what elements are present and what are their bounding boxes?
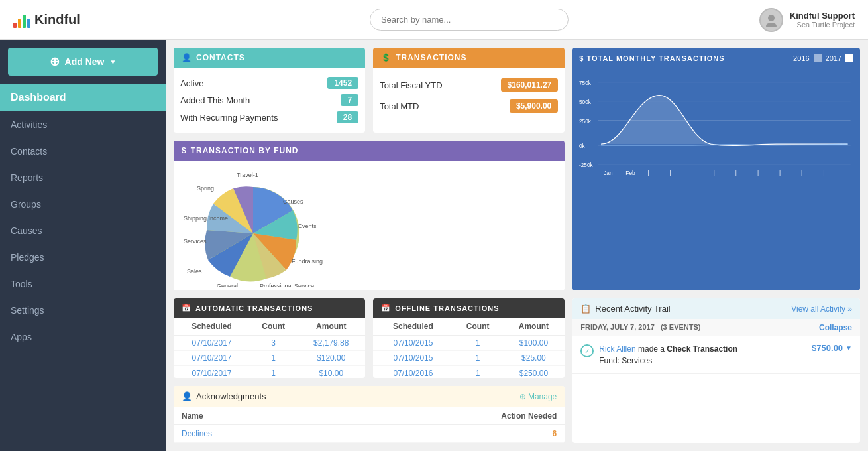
contacts-card: 👤 CONTACTS Active 1452 Added This Month … [174, 48, 365, 133]
sidebar-item-apps[interactable]: Apps [0, 324, 166, 350]
search-input[interactable] [370, 9, 569, 31]
chart-dollar-icon: $ [579, 54, 584, 62]
user-org: Sea Turtle Project [790, 21, 855, 29]
auto-count: 1 [250, 351, 297, 366]
main-content: 👤 CONTACTS Active 1452 Added This Month … [166, 40, 868, 451]
svg-text:|: | [735, 170, 737, 176]
manage-circle-icon: ⊕ [519, 392, 526, 401]
offline-trans-title: OFFLINE TRANSACTIONS [395, 304, 500, 312]
activity-action-type: Check Transaction [667, 344, 737, 354]
activity-sub: Fund: Services [599, 356, 652, 365]
chart-legend: 2016 2017 [793, 54, 853, 62]
svg-text:Spring: Spring [197, 185, 214, 192]
sidebar-item-tools[interactable]: Tools [0, 271, 166, 297]
offline-scheduled: 07/10/2016 [373, 366, 453, 378]
ack-title-text: Acknowledgments [196, 391, 266, 401]
ack-header: 👤 Acknowledgments ⊕ Manage [174, 386, 565, 407]
sidebar-item-groups[interactable]: Groups [0, 191, 166, 218]
trans-row-fiscal: Total Fiscal YTD $160,011.27 [380, 74, 558, 96]
sidebar-item-causes[interactable]: Causes [0, 218, 166, 244]
chart-svg: 750k 500k 250k 0k -250k Jan Feb | | [579, 69, 853, 188]
contacts-title: CONTACTS [196, 53, 245, 62]
auto-count: 1 [250, 366, 297, 378]
offline-trans-header: 📅 OFFLINE TRANSACTIONS [373, 298, 565, 318]
logo: Kindful [13, 12, 179, 28]
offline-trans-row: 07/10/20161$250.00 [373, 366, 565, 378]
svg-point-1 [766, 23, 777, 27]
svg-text:Jan: Jan [604, 170, 614, 176]
pie-chart: Causes Events Fundraising Professional S… [180, 167, 326, 287]
manage-link[interactable]: ⊕ Manage [519, 392, 557, 401]
stat-badge-active: 1452 [327, 77, 358, 89]
auto-trans-header: 📅 AUTOMATIC TRANSACTIONS [174, 298, 365, 318]
ack-col-action: Action Needed [327, 407, 565, 425]
svg-text:Events: Events [298, 223, 317, 229]
svg-text:|: | [648, 170, 649, 176]
chevron-down-amount-icon: ▼ [845, 344, 852, 352]
sidebar-item-contacts[interactable]: Contacts [0, 138, 166, 164]
offline-amount: $25.00 [503, 351, 565, 366]
activity-title: 📋 Recent Activity Trail [580, 304, 670, 314]
stat-row-active: Active 1452 [180, 74, 358, 92]
auto-trans-row: 07/10/20173$2,179.88 [174, 336, 365, 351]
svg-text:|: | [714, 170, 715, 176]
activity-user-link[interactable]: Rick Alllen [599, 344, 635, 354]
svg-text:Professional Service: Professional Service [260, 283, 314, 287]
legend-2016-box [814, 54, 822, 62]
sidebar-item-settings[interactable]: Settings [0, 297, 166, 324]
auto-count: 3 [250, 336, 297, 351]
collapse-link[interactable]: Collapse [819, 323, 852, 332]
auto-scheduled: 07/10/2017 [174, 351, 250, 366]
user-name: Kindful Support [790, 11, 855, 21]
svg-text:0k: 0k [579, 143, 586, 149]
svg-text:Sales: Sales [187, 268, 202, 275]
chart-card: $ TOTAL MONTHLY TRANSACTIONS 2016 2017 7… [572, 48, 860, 290]
auto-scheduled: 07/10/2017 [174, 366, 250, 378]
offline-transactions-card: 📅 OFFLINE TRANSACTIONS Scheduled Count A… [373, 298, 565, 378]
add-new-button[interactable]: ⊕ Add New ▼ [8, 48, 158, 76]
fund-title: TRANSACTION BY FUND [191, 146, 299, 155]
check-icon: ✓ [580, 344, 594, 357]
offline-col-count: Count [453, 318, 503, 336]
chart-title: $ TOTAL MONTHLY TRANSACTIONS [579, 54, 724, 62]
offline-col-scheduled: Scheduled [373, 318, 453, 336]
activity-item: ✓ Rick Alllen made a Check Transaction F… [572, 336, 860, 374]
transactions-card: 💲 TRANSACTIONS Total Fiscal YTD $160,011… [373, 48, 565, 133]
trans-val-mtd: $5,900.00 [510, 99, 558, 113]
sidebar-item-reports[interactable]: Reports [0, 164, 166, 191]
user-details: Kindful Support Sea Turtle Project [790, 11, 855, 29]
avatar [759, 8, 783, 32]
auto-col-amount: Amount [297, 318, 365, 336]
ack-title: 👤 Acknowledgments [182, 391, 266, 401]
view-all-activity-link[interactable]: View all Activity » [791, 304, 852, 314]
legend-2016-label: 2016 [793, 54, 809, 62]
offline-amount: $100.00 [503, 336, 565, 351]
layout: ⊕ Add New ▼ Dashboard Activities Contact… [0, 40, 868, 451]
calendar-offline-icon: 📅 [381, 304, 391, 312]
stat-row-recurring: With Recurring Payments 28 [180, 109, 358, 126]
stat-row-added: Added This Month 7 [180, 92, 358, 109]
stat-badge-added: 7 [341, 94, 358, 106]
transactions-card-body: Total Fiscal YTD $160,011.27 Total MTD $… [373, 68, 565, 123]
auto-amount: $2,179.88 [297, 336, 365, 351]
trans-val-fiscal: $160,011.27 [501, 78, 559, 92]
sidebar-item-dashboard[interactable]: Dashboard [0, 84, 166, 111]
search-bar [179, 9, 759, 31]
sidebar-item-activities[interactable]: Activities [0, 111, 166, 138]
offline-col-amount: Amount [503, 318, 565, 336]
svg-text:-250k: -250k [579, 162, 594, 168]
svg-text:Travel-1: Travel-1 [237, 172, 258, 178]
svg-text:750k: 750k [579, 80, 592, 86]
svg-text:|: | [801, 170, 802, 176]
activity-list-icon: 📋 [580, 304, 591, 314]
offline-count: 1 [453, 336, 503, 351]
trans-row-mtd: Total MTD $5,900.00 [380, 96, 558, 117]
offline-trans-row: 07/10/20151$100.00 [373, 336, 565, 351]
auto-col-count: Count [250, 318, 297, 336]
acknowledgments-card: 👤 Acknowledgments ⊕ Manage Name Action N… [174, 386, 565, 443]
ack-row-name[interactable]: Declines [174, 425, 327, 443]
calendar-icon: 📅 [182, 304, 191, 312]
svg-text:Feb: Feb [626, 170, 636, 176]
stat-label-recurring: With Recurring Payments [180, 113, 278, 123]
sidebar-item-pledges[interactable]: Pledges [0, 244, 166, 271]
